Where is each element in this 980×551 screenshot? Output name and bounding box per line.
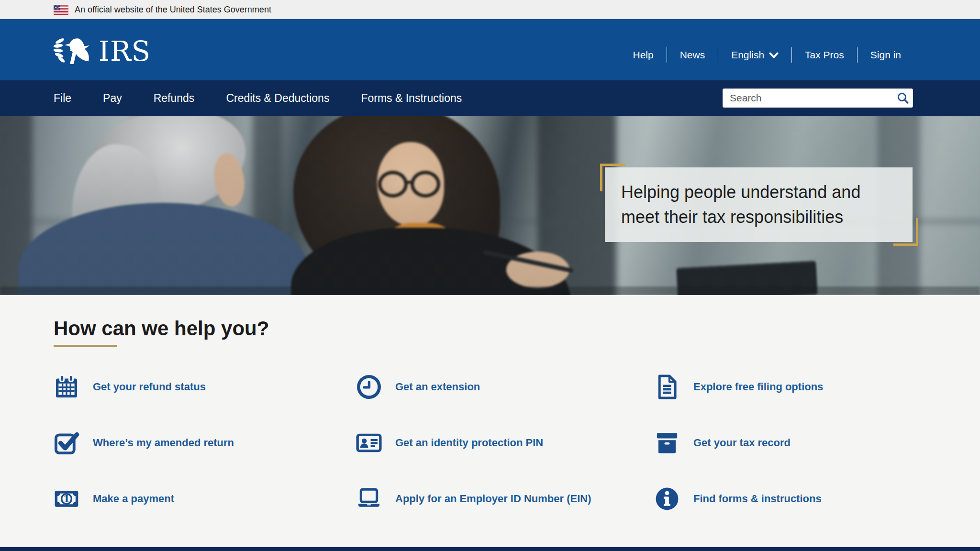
help-link-ein[interactable]: Apply for an Employer ID Number (EIN) [356, 486, 654, 512]
help-link-make-payment[interactable]: 1 Make a payment [54, 486, 356, 512]
help-link-amended-return[interactable]: Where’s my amended return [54, 430, 356, 456]
help-link-ip-pin[interactable]: Get an identity protection PIN [356, 430, 654, 456]
search-input[interactable] [723, 92, 893, 104]
utility-nav-help[interactable]: Help [620, 49, 666, 61]
nav-item-forms-instructions[interactable]: Forms & Instructions [361, 92, 462, 105]
utility-nav-label: English [731, 49, 764, 61]
nav-link[interactable]: Credits & Deductions [226, 92, 329, 104]
nav-link[interactable]: Refunds [154, 92, 195, 104]
site-header: IRS Help News English Tax Pros Sign in [0, 19, 980, 80]
help-link-label: Explore free filing options [693, 381, 823, 393]
help-link-free-filing[interactable]: Explore free filing options [654, 374, 913, 400]
irs-wordmark: IRS [99, 37, 151, 65]
laptop-icon [356, 486, 382, 512]
utility-nav-news[interactable]: News [667, 49, 718, 61]
utility-nav-tax-pros[interactable]: Tax Pros [792, 49, 857, 61]
help-link-label: Find forms & instructions [693, 493, 822, 505]
search-box [723, 88, 913, 108]
footer-strip [0, 547, 980, 551]
official-banner: An official website of the United States… [0, 0, 980, 19]
nav-link[interactable]: Forms & Instructions [361, 92, 462, 104]
help-link-label: Make a payment [93, 493, 174, 505]
help-link-label: Where’s my amended return [93, 437, 234, 449]
nav-item-refunds[interactable]: Refunds [154, 92, 195, 105]
help-link-refund-status[interactable]: Get your refund status [54, 374, 356, 400]
chevron-down-icon [769, 52, 779, 58]
utility-nav-label: Sign in [870, 49, 901, 61]
gold-bracket-bottom-right [893, 218, 918, 246]
nav-item-file[interactable]: File [54, 92, 71, 105]
utility-nav-label: Tax Pros [805, 49, 844, 61]
utility-nav-label: News [680, 49, 705, 61]
help-link-label: Get your refund status [93, 381, 206, 393]
checkbox-check-icon [54, 430, 79, 456]
search-button[interactable] [893, 88, 913, 108]
help-link-label: Apply for an Employer ID Number (EIN) [395, 493, 591, 505]
help-link-label: Get an identity protection PIN [395, 437, 543, 449]
utility-nav-label: Help [633, 49, 653, 61]
document-icon [654, 374, 680, 400]
clock-icon [356, 374, 382, 400]
svg-text:1: 1 [63, 493, 70, 505]
utility-nav: Help News English Tax Pros Sign in [620, 47, 914, 63]
nav-link[interactable]: Pay [103, 92, 122, 104]
help-links-grid: Get your refund status Get an extension [54, 374, 913, 512]
nav-link[interactable]: File [54, 92, 71, 104]
irs-eagle-icon [53, 36, 97, 66]
search-icon [896, 91, 910, 105]
archive-box-icon [654, 430, 680, 456]
irs-homepage: An official website of the United States… [0, 0, 980, 551]
official-banner-text: An official website of the United States… [75, 5, 271, 15]
info-circle-icon [654, 486, 680, 512]
nav-item-credits-deductions[interactable]: Credits & Deductions [226, 92, 329, 105]
id-card-icon [356, 430, 382, 456]
main-nav: File Pay Refunds Credits & Deductions Fo… [0, 80, 980, 116]
nav-item-pay[interactable]: Pay [103, 92, 122, 105]
gold-underline [54, 345, 117, 347]
help-link-extension[interactable]: Get an extension [356, 374, 654, 400]
section-title: How can we help you? [54, 317, 913, 340]
help-link-label: Get an extension [395, 381, 480, 393]
calendar-icon [54, 374, 79, 400]
us-flag-icon [54, 5, 68, 15]
help-link-forms-instructions[interactable]: Find forms & instructions [654, 486, 913, 512]
money-bill-icon: 1 [54, 486, 79, 512]
gold-bracket-top-left [600, 164, 625, 191]
main-nav-links: File Pay Refunds Credits & Deductions Fo… [54, 92, 462, 105]
hero-headline: Helping people understand and meet their… [621, 180, 896, 230]
hero-banner: Helping people understand and meet their… [0, 116, 980, 295]
hero-quote-box: Helping people understand and meet their… [605, 167, 913, 242]
utility-nav-sign-in[interactable]: Sign in [858, 49, 914, 61]
irs-logo[interactable]: IRS [53, 36, 151, 66]
utility-nav-language[interactable]: English [718, 49, 791, 61]
help-section: How can we help you? Get your refund sta… [0, 295, 980, 547]
help-link-label: Get your tax record [693, 437, 791, 449]
help-link-tax-record[interactable]: Get your tax record [654, 430, 913, 456]
